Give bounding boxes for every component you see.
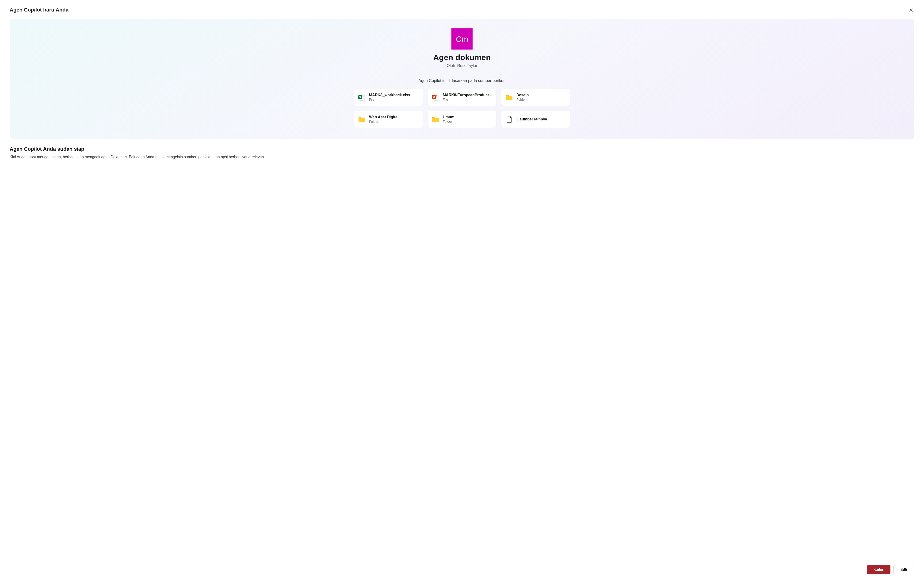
close-icon <box>909 8 913 12</box>
excel-file-icon <box>358 93 366 101</box>
source-card[interactable]: MARK8_workback.xlsx File <box>354 89 422 106</box>
powerpoint-file-icon <box>432 93 439 101</box>
footer-actions: Coba Edit <box>10 551 914 574</box>
folder-icon <box>505 93 513 101</box>
try-button[interactable]: Coba <box>867 565 891 574</box>
agent-avatar-initials: Cm <box>456 35 469 44</box>
dialog-title: Agen Copilot baru Anda <box>10 7 69 13</box>
folder-icon <box>432 115 439 123</box>
source-name: MARK8-EuropeanProduct... <box>443 93 492 97</box>
source-name: Umum <box>443 115 492 119</box>
agent-avatar: Cm <box>451 28 473 50</box>
folder-icon <box>358 115 366 123</box>
document-icon <box>505 115 513 123</box>
close-button[interactable] <box>908 7 914 13</box>
edit-button[interactable]: Edit <box>893 565 914 574</box>
source-type: Folder <box>516 98 566 101</box>
source-card[interactable]: Umum Folder <box>428 111 496 128</box>
more-sources-label: 3 sumber lainnya <box>516 117 566 121</box>
source-type: File <box>443 98 492 101</box>
source-name: MARK8_workback.xlsx <box>369 93 419 97</box>
agent-author-line: Oleh Reta Taylor <box>447 63 477 68</box>
source-type: Folder <box>443 120 492 124</box>
more-sources-card[interactable]: 3 sumber lainnya <box>502 111 570 128</box>
source-card[interactable]: Web Aset Digital Folder <box>354 111 422 128</box>
ready-title: Agen Copilot Anda sudah siap <box>10 146 914 152</box>
source-card[interactable]: Desain Folder <box>502 89 570 106</box>
source-name: Web Aset Digital <box>369 115 419 119</box>
sources-intro: Agen Copilot ini didasarkan pada sumber … <box>418 78 505 83</box>
new-agent-dialog: Agen Copilot baru Anda Cm Agen dokumen O… <box>0 0 924 581</box>
source-type: Folder <box>369 120 419 124</box>
agent-name: Agen dokumen <box>433 53 491 62</box>
source-card[interactable]: MARK8-EuropeanProduct... File <box>428 89 496 106</box>
agent-hero-panel: Cm Agen dokumen Oleh Reta Taylor Agen Co… <box>10 19 914 139</box>
source-name: Desain <box>516 93 566 97</box>
author-name: Reta Taylor <box>457 63 477 68</box>
sources-grid: MARK8_workback.xlsx File MARK8-EuropeanP… <box>354 89 570 128</box>
ready-description: Kini Anda dapat menggunakan, berbagi, da… <box>10 155 914 159</box>
source-type: File <box>369 98 419 101</box>
author-by-label: Oleh <box>447 63 455 68</box>
dialog-header: Agen Copilot baru Anda <box>10 7 914 13</box>
ready-section: Agen Copilot Anda sudah siap Kini Anda d… <box>10 146 914 159</box>
